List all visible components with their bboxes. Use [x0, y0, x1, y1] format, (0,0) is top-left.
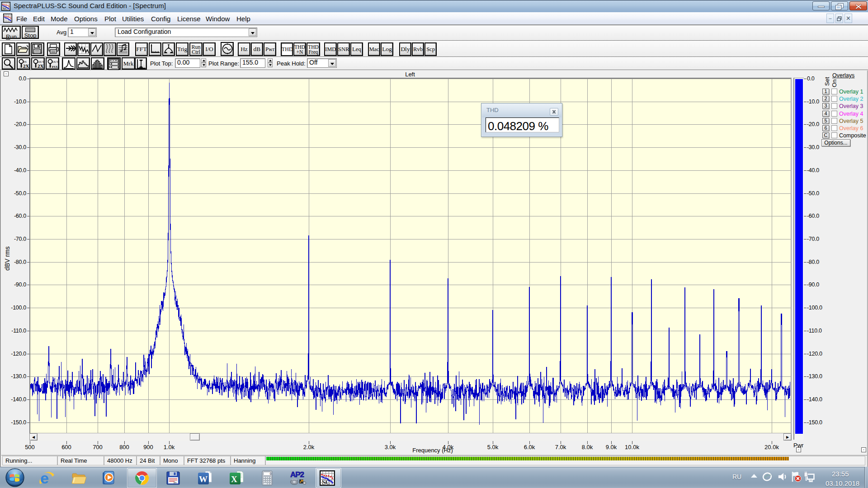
svg-text:W: W: [199, 474, 208, 484]
svg-text:2X: 2X: [23, 63, 29, 69]
svg-text:SC: SC: [3, 6, 8, 11]
svg-text:2X: 2X: [38, 63, 44, 69]
svg-text:OUT: OUT: [52, 60, 59, 64]
svg-text:X: X: [231, 474, 237, 484]
svg-text:84-: 84-: [174, 481, 177, 484]
svg-text:0: 0: [270, 472, 272, 475]
svg-text:FULL: FULL: [52, 65, 59, 69]
svg-text:AP2: AP2: [290, 470, 304, 479]
svg-text:SC: SC: [322, 478, 330, 486]
